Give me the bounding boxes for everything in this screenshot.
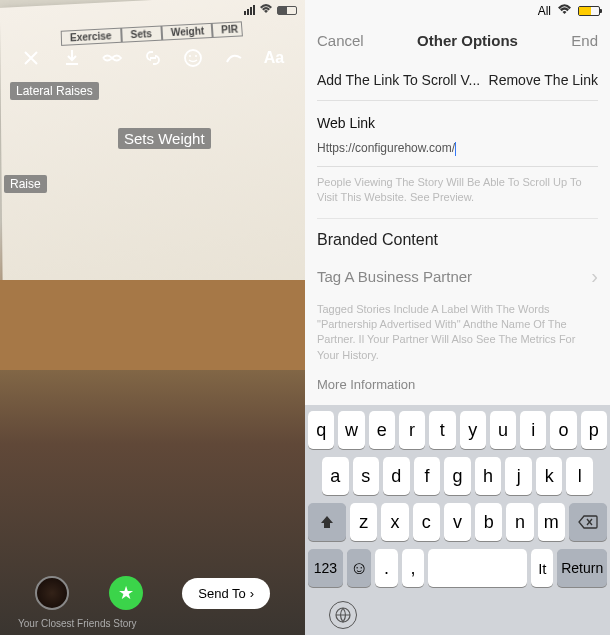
svg-point-0 [185,50,201,66]
key-q[interactable]: q [308,411,334,449]
col-pir: PIR [212,21,243,38]
key-k[interactable]: k [536,457,563,495]
comma-key[interactable]: , [402,549,424,587]
svg-point-2 [195,55,197,57]
link-help-text: People Viewing The Story Will Be Able To… [317,167,598,218]
link-action-row: Add The Link To Scroll V... Remove The L… [317,60,598,101]
your-story-avatar[interactable] [35,576,69,610]
close-icon[interactable] [18,45,44,71]
options-content: Add The Link To Scroll V... Remove The L… [305,60,610,405]
key-s[interactable]: s [353,457,380,495]
key-o[interactable]: o [550,411,576,449]
key-row-4: 123 ☺ . , It Return [308,549,607,587]
add-link-action[interactable]: Add The Link To Scroll V... [317,72,480,88]
battery-icon [277,6,297,15]
key-i[interactable]: i [520,411,546,449]
download-icon[interactable] [59,45,85,71]
tag-partner-row[interactable]: Tag A Business Partner › [317,259,598,294]
key-z[interactable]: z [350,503,377,541]
col-exercise: Exercise [61,28,122,46]
send-to-button[interactable]: Send To › [182,578,270,609]
web-link-label: Web Link [317,101,598,137]
send-to-label: Send To [198,586,245,601]
col-sets: Sets [121,26,162,43]
text-icon[interactable]: Aa [261,45,287,71]
key-m[interactable]: m [538,503,565,541]
key-p[interactable]: p [581,411,607,449]
key-row-2: a s d f g h j k l [308,457,607,495]
cancel-button[interactable]: Cancel [317,32,364,49]
badge-sets-weight[interactable]: Sets Weight [118,128,211,149]
close-friends-button[interactable]: ★ [109,576,143,610]
key-w[interactable]: w [338,411,364,449]
key-f[interactable]: f [414,457,441,495]
svg-point-1 [189,55,191,57]
tag-help-text: Tagged Stories Include A Label With The … [317,294,598,376]
backspace-key[interactable] [569,503,607,541]
shift-key[interactable] [308,503,346,541]
nav-bar: Cancel Other Options End [305,20,610,60]
key-r[interactable]: r [399,411,425,449]
remove-link-action[interactable]: Remove The Link [489,72,598,88]
period-key[interactable]: . [375,549,397,587]
signal-icon [244,5,255,15]
sticker-icon[interactable] [180,45,206,71]
corkboard [0,280,305,370]
branded-content-header: Branded Content [317,218,598,259]
key-g[interactable]: g [444,457,471,495]
link-icon[interactable] [140,45,166,71]
key-row-1: q w e r t y u i o p [308,411,607,449]
story-toolbar: Aa [18,45,287,71]
status-bar-right: All [305,0,610,20]
key-t[interactable]: t [429,411,455,449]
col-weight: Weight [161,23,212,41]
allow-promote-row: Allow The Business Partner To Promote Th… [317,398,598,405]
it-key[interactable]: It [531,549,553,587]
key-d[interactable]: d [383,457,410,495]
boomerang-icon[interactable] [99,45,125,71]
story-bottom-bar: ★ Send To › [0,576,305,610]
key-u[interactable]: u [490,411,516,449]
key-n[interactable]: n [506,503,533,541]
key-x[interactable]: x [381,503,408,541]
space-key[interactable] [428,549,527,587]
draw-icon[interactable] [221,45,247,71]
chevron-right-icon: › [591,265,598,288]
page-title: Other Options [417,32,518,49]
emoji-key[interactable]: ☺ [347,549,372,587]
ios-keyboard: q w e r t y u i o p a s d f g h j k l z … [305,405,610,635]
more-information-link[interactable]: More Information [317,375,598,398]
close-friends-caption: Your Closest Friends Story [18,618,137,629]
badge-raise[interactable]: Raise [4,175,47,193]
wifi-icon [259,4,273,16]
key-a[interactable]: a [322,457,349,495]
globe-icon[interactable] [329,601,357,629]
badge-lateral-raises[interactable]: Lateral Raises [10,82,99,100]
key-l[interactable]: l [566,457,593,495]
wifi-icon [557,4,572,18]
numbers-key[interactable]: 123 [308,549,343,587]
return-key[interactable]: Return [557,549,607,587]
key-e[interactable]: e [369,411,395,449]
end-button[interactable]: End [571,32,598,49]
other-options-pane: All Cancel Other Options End Add The Lin… [305,0,610,635]
key-j[interactable]: j [505,457,532,495]
key-y[interactable]: y [460,411,486,449]
story-editor-pane: Exercise Sets Weight PIR Aa Lateral Rais… [0,0,305,635]
key-b[interactable]: b [475,503,502,541]
url-input[interactable]: Https://configurehow.com/ [317,137,598,167]
key-v[interactable]: v [444,503,471,541]
key-c[interactable]: c [413,503,440,541]
tag-partner-label: Tag A Business Partner [317,268,472,285]
key-h[interactable]: h [475,457,502,495]
battery-icon [578,6,600,16]
status-bar-left [244,4,297,16]
chevron-right-icon: › [250,586,254,601]
url-text: Https://configurehow.com/ [317,141,455,155]
keyboard-bottom [308,595,607,631]
carrier-label: All [538,4,551,18]
key-row-3: z x c v b n m [308,503,607,541]
